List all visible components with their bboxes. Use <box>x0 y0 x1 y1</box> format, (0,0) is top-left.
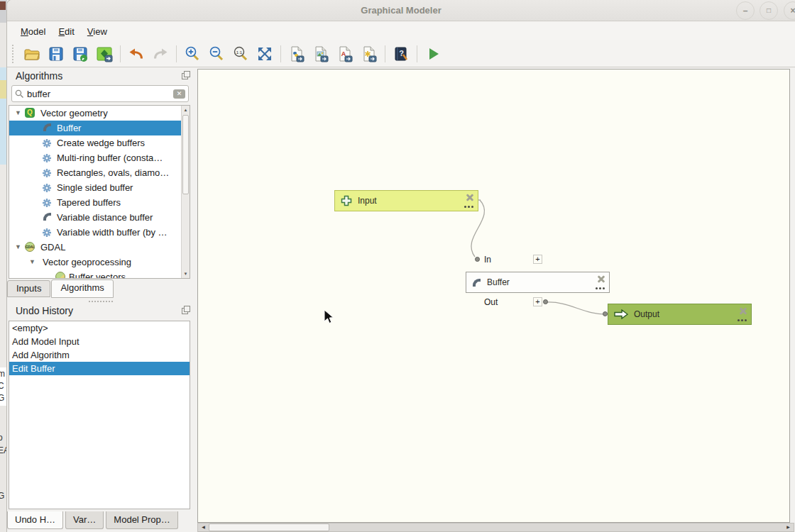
dock-splitter-handle[interactable] <box>89 301 113 302</box>
menu-edit[interactable]: Edit <box>52 24 80 39</box>
menu-model[interactable]: Model <box>14 24 52 39</box>
in-port-label: In <box>484 255 491 265</box>
delete-node-icon[interactable] <box>597 275 605 283</box>
run-model-button[interactable] <box>422 43 444 65</box>
undo-button[interactable] <box>126 43 147 65</box>
toolbar-separator <box>280 45 281 62</box>
export-svg-icon <box>361 45 378 62</box>
tab-model-properties[interactable]: Model Prop… <box>106 511 177 529</box>
undo-item-empty[interactable]: <empty> <box>9 321 190 335</box>
zoom-in-button[interactable] <box>182 43 203 65</box>
expand-out-params-button[interactable]: + <box>533 297 542 306</box>
tree-item-buffer[interactable]: Buffer <box>9 121 190 135</box>
tab-variables[interactable]: Var… <box>65 511 104 529</box>
search-input[interactable] <box>27 89 173 99</box>
toolbar-handle[interactable] <box>12 45 16 63</box>
output-in-dot[interactable] <box>603 311 608 316</box>
algorithms-panel-float-button[interactable] <box>182 71 190 82</box>
export-as-image-button[interactable] <box>310 43 331 65</box>
clear-search-icon[interactable]: ✕ <box>173 89 185 99</box>
tree-item-rectangles-ovals[interactable]: Rectangles, ovals, diamo… <box>9 165 190 180</box>
tab-undo-history[interactable]: Undo H… <box>7 511 63 529</box>
export-pdf-icon: A <box>336 45 353 62</box>
algorithm-tree: ▼ Q Vector geometry Buffer Create wedge … <box>9 105 190 279</box>
scroll-left-icon[interactable]: ◀ <box>199 523 208 531</box>
tree-scrollbar-thumb[interactable] <box>182 115 189 194</box>
dock-tab-bar: InputsAlgorithms <box>7 280 114 299</box>
gdal-icon: GDAL <box>25 242 35 252</box>
out-port-dot[interactable] <box>543 299 548 304</box>
canvas-hscrollbar[interactable]: ◀ ▶ <box>197 523 794 532</box>
save-model-as-button[interactable] <box>70 43 91 65</box>
help-button[interactable]: ? <box>390 43 412 65</box>
buffer-node[interactable]: Buffer <box>466 272 610 293</box>
export-as-pdf-button[interactable]: A <box>334 43 356 65</box>
export-python-icon <box>288 45 305 62</box>
zoom-actual-button[interactable]: 1:1 <box>230 43 251 65</box>
export-as-python-button[interactable] <box>286 43 307 65</box>
output-node[interactable]: Output <box>608 304 752 325</box>
undo-item-edit-buffer[interactable]: Edit Buffer <box>9 362 190 375</box>
chevron-down-icon[interactable]: ▼ <box>29 255 35 270</box>
tree-item-gdal[interactable]: ▼ GDAL GDAL <box>9 240 190 255</box>
undo-item-add-algorithm[interactable]: Add Algorithm <box>9 348 190 362</box>
undo-history-panel-float-button[interactable] <box>182 306 190 316</box>
scroll-right-icon[interactable]: ▶ <box>784 523 793 531</box>
chevron-down-icon[interactable]: ▼ <box>15 240 21 255</box>
undo-history-panel-title: Undo History <box>16 305 73 319</box>
export-as-svg-button[interactable] <box>358 43 380 65</box>
tree-item-create-wedge-buffers[interactable]: Create wedge buffers <box>9 135 190 150</box>
tree-item-label: Variable distance buffer <box>57 210 153 225</box>
delete-node-icon[interactable] <box>739 306 747 315</box>
minimize-button[interactable]: – <box>736 1 755 20</box>
buffer-node-label: Buffer <box>487 277 510 287</box>
open-model-button[interactable] <box>21 43 43 65</box>
tree-item-vector-geoprocessing[interactable]: ▼ Vector geoprocessing <box>9 255 190 270</box>
help-icon: ? <box>393 45 410 62</box>
close-button[interactable]: × <box>784 1 795 20</box>
scroll-up-icon[interactable]: ▲ <box>182 106 190 114</box>
tree-scrollbar[interactable]: ▲ ▼ <box>181 106 190 278</box>
delete-node-icon[interactable] <box>466 193 474 201</box>
chevron-down-icon[interactable]: ▼ <box>15 106 21 121</box>
background-map-fragment <box>0 67 7 165</box>
tree-item-label: Create wedge buffers <box>57 135 145 150</box>
zoom-out-button[interactable] <box>206 43 227 65</box>
model-canvas[interactable]: Input In + Buffer Out + Output <box>197 69 790 523</box>
zoom-in-icon <box>184 45 201 62</box>
toolbar-separator <box>385 45 385 62</box>
titlebar[interactable]: Graphical Modeler – □ × <box>7 0 795 21</box>
maximize-button[interactable]: □ <box>760 1 778 20</box>
canvas-hscrollbar-thumb[interactable] <box>209 523 329 531</box>
algorithm-search-box[interactable]: ✕ <box>11 85 189 102</box>
save-model-in-project-button[interactable] <box>94 43 115 65</box>
tree-item-label: Single sided buffer <box>57 180 133 195</box>
tree-item-single-sided-buffer[interactable]: Single sided buffer <box>9 180 190 195</box>
tab-algorithms[interactable]: Algorithms <box>51 279 113 298</box>
zoom-full-button[interactable] <box>254 43 275 65</box>
save-model-button[interactable] <box>45 43 67 65</box>
tree-item-tapered-buffers[interactable]: Tapered buffers <box>9 195 190 210</box>
menu-view[interactable]: View <box>81 24 114 39</box>
node-options-dots[interactable] <box>745 319 747 321</box>
tree-item-buffer-vectors[interactable]: Buffer vectors <box>9 270 190 279</box>
expand-in-params-button[interactable]: + <box>533 255 542 264</box>
buffer-algorithm-icon <box>472 278 481 287</box>
background-panel-fragment <box>0 165 7 367</box>
node-options-dots[interactable] <box>603 287 605 289</box>
redo-button[interactable] <box>150 43 171 65</box>
undo-item-add-model-input[interactable]: Add Model Input <box>9 335 190 348</box>
out-port-label: Out <box>484 297 498 307</box>
gdal-algorithm-icon <box>55 272 65 279</box>
in-port-dot[interactable] <box>475 257 480 262</box>
scroll-down-icon[interactable]: ▼ <box>182 270 190 278</box>
tree-item-label: Vector geoprocessing <box>43 255 131 270</box>
node-options-dots[interactable] <box>471 206 473 208</box>
tab-inputs[interactable]: Inputs <box>7 280 50 297</box>
tree-item-multi-ring-buffer[interactable]: Multi-ring buffer (consta… <box>9 150 190 165</box>
background-text-fragment: C <box>0 381 4 391</box>
tree-item-variable-width-buffer[interactable]: Variable width buffer (by … <box>9 225 190 240</box>
input-node[interactable]: Input <box>334 190 478 211</box>
tree-item-variable-distance-buffer[interactable]: Variable distance buffer <box>9 210 190 225</box>
tree-item-vector-geometry[interactable]: ▼ Q Vector geometry <box>9 106 190 121</box>
